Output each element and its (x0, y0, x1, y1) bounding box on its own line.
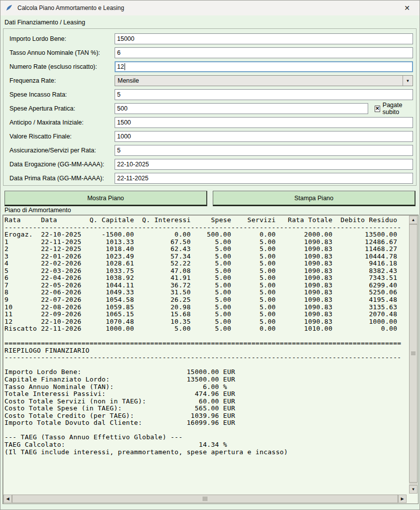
scroll-up-icon[interactable]: ▲ (409, 216, 418, 224)
button-row: Mostra Piano Stampa Piano (4, 191, 416, 206)
valore-riscatto-input[interactable] (115, 131, 413, 142)
pagate-subito-checkbox[interactable]: ✕ (375, 106, 380, 112)
assicurazione-input[interactable] (115, 145, 413, 156)
tasso-annuo-input[interactable] (115, 47, 413, 58)
form-row: Data Erogazione (GG-MM-AAAA): (9, 157, 413, 171)
form-row: Numero Rate (escluso riscatto): 12 (9, 60, 413, 74)
form-row: Anticipo / Maxirata Iniziale: (9, 116, 413, 129)
form-row: Importo Lordo Bene: (9, 32, 413, 46)
numero-rate-input[interactable]: 12 (115, 61, 413, 72)
combobox-selected-value: Mensile (118, 77, 139, 84)
anticipo-input[interactable] (115, 117, 413, 128)
window-title: Calcola Piano Ammortamento e Leasing (17, 4, 124, 11)
chevron-down-icon[interactable]: ▼ (403, 76, 413, 86)
valore-riscatto-label: Valore Riscatto Finale: (9, 133, 115, 140)
data-erogazione-input[interactable] (115, 159, 413, 170)
data-erogazione-label: Data Erogazione (GG-MM-AAAA): (9, 161, 115, 168)
checkbox-check-icon: ✕ (375, 106, 379, 111)
titlebar: Calcola Piano Ammortamento e Leasing ✕ (0, 0, 420, 15)
form-legend: Dati Finanziamento / Leasing (4, 19, 85, 26)
data-prima-rata-input[interactable] (115, 173, 413, 184)
scroll-right-icon[interactable]: ▶ (398, 495, 407, 503)
numero-rate-label: Numero Rate (escluso riscatto): (9, 63, 115, 70)
feather-icon (5, 4, 13, 12)
importo-lordo-input[interactable] (115, 33, 413, 44)
form-row: Spese Apertura Pratica: ✕ Pagate subito (9, 102, 413, 116)
frequenza-rate-label: Frequenza Rate: (9, 77, 115, 84)
app-window: Calcola Piano Ammortamento e Leasing ✕ D… (0, 0, 420, 510)
importo-lordo-label: Importo Lordo Bene: (9, 35, 115, 42)
amortization-plan-text[interactable]: Rata Data Q. Capitale Q. Interessi Spese… (4, 217, 408, 493)
form-row: Assicurazione/Servizi per Rata: (9, 143, 413, 157)
form-row: Tasso Annuo Nominale (TAN %): (9, 46, 413, 60)
form-row: Frequenza Rate: Mensile ▼ (9, 74, 413, 88)
text-caret (125, 63, 125, 70)
vertical-scrollbar-thumb[interactable] (409, 224, 418, 483)
spese-incasso-input[interactable] (115, 89, 413, 100)
dati-finanziamento-frame: Importo Lordo Bene: Tasso Annuo Nominale… (3, 28, 417, 186)
assicurazione-label: Assicurazione/Servizi per Rata: (9, 147, 115, 154)
spese-incasso-label: Spese Incasso Rata: (9, 91, 115, 98)
numero-rate-value: 12 (117, 63, 124, 70)
horizontal-scrollbar-thumb[interactable] (12, 495, 398, 503)
stampa-piano-button[interactable]: Stampa Piano (213, 191, 416, 206)
close-button[interactable]: ✕ (400, 0, 415, 15)
mostra-piano-button[interactable]: Mostra Piano (4, 191, 207, 206)
horizontal-scrollbar[interactable]: ◀ ▶ (3, 495, 407, 503)
form-row: Spese Incasso Rata: (9, 88, 413, 102)
anticipo-label: Anticipo / Maxirata Iniziale: (9, 119, 115, 126)
form-row: Data Prima Rata (GG-MM-AAAA): (9, 171, 413, 185)
scroll-down-icon[interactable]: ▼ (409, 485, 418, 494)
spese-apertura-label: Spese Apertura Pratica: (9, 105, 115, 112)
amortization-text-area: Rata Data Q. Capitale Q. Interessi Spese… (2, 215, 419, 504)
form-row: Valore Riscatto Finale: (9, 129, 413, 143)
piano-ammortamento-label: Piano di Ammortamento (4, 207, 71, 214)
scrollbar-grip (411, 352, 416, 356)
data-prima-rata-label: Data Prima Rata (GG-MM-AAAA): (9, 175, 115, 182)
tasso-annuo-label: Tasso Annuo Nominale (TAN %): (9, 49, 115, 56)
frequenza-rate-combobox[interactable]: Mensile ▼ (115, 75, 413, 86)
vertical-scrollbar[interactable]: ▲ ▼ (409, 216, 418, 494)
scroll-left-icon[interactable]: ◀ (3, 495, 12, 503)
pagate-subito-label: Pagate subito (383, 102, 413, 116)
scrollbar-grip (203, 497, 208, 501)
spese-apertura-input[interactable] (115, 103, 368, 114)
